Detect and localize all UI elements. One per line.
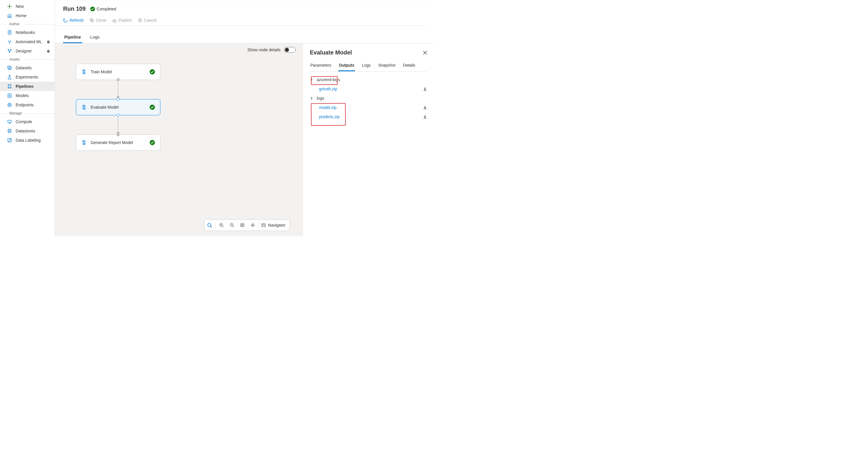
- page-header: Run 109 Completed: [55, 0, 434, 14]
- svg-point-9: [10, 85, 11, 86]
- sidebar-item-label: Home: [16, 13, 26, 18]
- output-port[interactable]: [117, 78, 120, 81]
- chevron-right-icon: [310, 96, 313, 100]
- sidebar-item-designer[interactable]: Designer: [0, 47, 55, 56]
- sidebar-item-automated-ml[interactable]: Automated ML: [0, 37, 55, 47]
- folder-label: azureml-logs: [317, 77, 340, 82]
- node-generate-report-model[interactable]: Generate Report Model: [76, 135, 160, 151]
- page-title: Run 109: [63, 5, 86, 12]
- panel-tab-logs[interactable]: Logs: [361, 61, 371, 71]
- sidebar-item-datastores[interactable]: Datastores: [0, 126, 55, 136]
- node-label: Train Model: [91, 69, 112, 74]
- sidebar-item-pipelines[interactable]: Pipelines: [0, 82, 55, 91]
- svg-point-31: [208, 223, 211, 226]
- sidebar-item-new[interactable]: New: [0, 2, 55, 11]
- datastores-icon: [7, 128, 12, 134]
- show-node-details-toggle[interactable]: [284, 47, 296, 53]
- sidebar-item-home[interactable]: Home: [0, 11, 55, 20]
- download-icon[interactable]: [423, 115, 427, 119]
- show-node-details-toggle-row: Show node details: [248, 47, 296, 53]
- download-icon[interactable]: [423, 87, 427, 91]
- output-port[interactable]: [117, 114, 120, 116]
- file-link[interactable]: model.zip: [319, 105, 336, 110]
- file-link[interactable]: predicts.zip: [319, 114, 340, 119]
- status-badge: Completed: [90, 7, 116, 11]
- sidebar-item-compute[interactable]: Compute: [0, 117, 55, 126]
- svg-rect-1: [47, 41, 50, 43]
- search-button[interactable]: [205, 219, 215, 231]
- node-label: Generate Report Model: [91, 140, 133, 145]
- tab-pipeline[interactable]: Pipeline: [63, 33, 82, 43]
- sidebar-item-data-labeling[interactable]: Data Labeling: [0, 136, 55, 145]
- sidebar-item-endpoints[interactable]: Endpoints: [0, 100, 55, 110]
- sidebar-item-label: Compute: [16, 119, 32, 124]
- sidebar-section-author: Author: [0, 20, 55, 28]
- refresh-button[interactable]: Refresh: [63, 18, 84, 23]
- zoom-out-button[interactable]: [227, 219, 237, 231]
- sidebar-section-manage: Manage: [0, 110, 55, 117]
- panel-tab-details[interactable]: Details: [402, 61, 416, 71]
- fit-screen-button[interactable]: [237, 219, 248, 231]
- pipelines-icon: [7, 84, 12, 89]
- publish-button[interactable]: Publish: [112, 18, 132, 23]
- svg-point-2: [8, 49, 9, 50]
- navigator-button[interactable]: Navigator: [259, 223, 289, 228]
- node-train-model[interactable]: Train Model: [76, 64, 160, 80]
- notebook-icon: [7, 30, 12, 35]
- tree-file-predicts[interactable]: predicts.zip: [310, 112, 427, 121]
- tree-folder-azureml-logs[interactable]: azureml-logs: [310, 75, 427, 84]
- pan-button[interactable]: [248, 219, 258, 231]
- pipeline-graph: Train Model Evaluate Model: [76, 64, 160, 170]
- tree-folder-logs[interactable]: logs: [310, 94, 427, 103]
- sidebar-item-label: Designer: [16, 49, 32, 53]
- svg-rect-17: [8, 139, 11, 142]
- sidebar-item-models[interactable]: Models: [0, 91, 55, 100]
- svg-point-26: [84, 108, 85, 109]
- sidebar-item-notebooks[interactable]: Notebooks: [0, 28, 55, 37]
- file-link[interactable]: grtruth.zip: [319, 87, 337, 91]
- action-label: Publish: [119, 18, 132, 23]
- cancel-button[interactable]: Cancel: [138, 18, 157, 23]
- svg-point-14: [9, 104, 10, 106]
- content-tabs: Pipeline Logs: [55, 26, 434, 43]
- cancel-icon: [138, 18, 143, 23]
- svg-point-8: [8, 85, 9, 86]
- sidebar-item-label: Endpoints: [16, 102, 34, 107]
- clone-button[interactable]: Clone: [90, 18, 106, 23]
- edge: [118, 80, 118, 97]
- svg-point-11: [10, 88, 11, 88]
- canvas-toolbar: Navigator: [204, 219, 290, 231]
- node-evaluate-model[interactable]: Evaluate Model: [76, 99, 160, 115]
- sidebar-item-label: Pipelines: [16, 84, 33, 89]
- toggle-label: Show node details: [248, 48, 281, 52]
- zoom-in-button[interactable]: [216, 219, 227, 231]
- edge: [118, 116, 118, 133]
- panel-tab-parameters[interactable]: Parameters: [310, 61, 332, 71]
- pipeline-canvas[interactable]: Show node details Train Model: [55, 43, 303, 236]
- svg-point-16: [8, 129, 11, 130]
- download-icon[interactable]: [423, 106, 427, 110]
- sidebar-item-datasets[interactable]: Datasets: [0, 63, 55, 72]
- panel-tabs: Parameters Outputs Logs Snapshot Details: [310, 61, 427, 71]
- check-circle-icon: [150, 105, 155, 110]
- tree-file-model[interactable]: model.zip: [310, 103, 427, 112]
- action-bar: Refresh Clone Publish Cancel: [55, 14, 426, 26]
- panel-tab-outputs[interactable]: Outputs: [338, 61, 355, 71]
- tab-logs[interactable]: Logs: [89, 33, 101, 43]
- svg-point-10: [8, 88, 9, 88]
- input-port[interactable]: [117, 98, 120, 101]
- svg-rect-34: [241, 224, 244, 227]
- clone-icon: [90, 18, 94, 23]
- lock-icon: [46, 40, 50, 43]
- input-port[interactable]: [117, 133, 120, 136]
- close-button[interactable]: [423, 51, 427, 55]
- action-label: Refresh: [69, 18, 84, 23]
- panel-tab-snapshot[interactable]: Snapshot: [377, 61, 396, 71]
- flask-icon: [7, 75, 12, 80]
- python-icon: [81, 69, 87, 75]
- plus-icon: [7, 4, 12, 9]
- sidebar-item-label: Automated ML: [16, 39, 42, 44]
- sidebar-section-assets: Assets: [0, 56, 55, 63]
- sidebar-item-experiments[interactable]: Experiments: [0, 72, 55, 82]
- tree-file-grtruth[interactable]: grtruth.zip: [310, 84, 427, 94]
